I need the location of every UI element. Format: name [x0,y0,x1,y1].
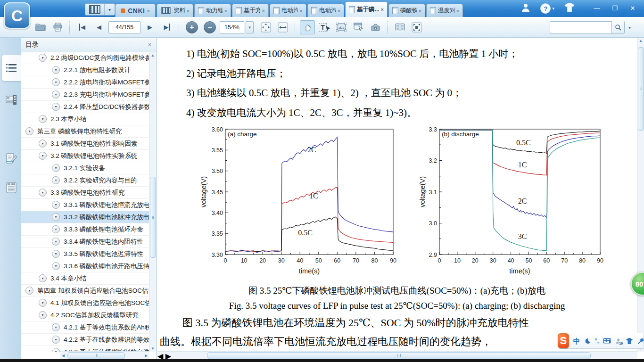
toc-hscrollbar-thumb[interactable] [67,352,125,359]
fit-width-button[interactable] [275,20,290,34]
toc-item-chevron-icon[interactable]: ▾ [52,225,60,233]
tab-基于磷...[interactable]: 基于磷...× [345,1,388,17]
bookshelf-caret-icon[interactable]: ▾ [104,4,115,15]
toc-item-chevron-icon[interactable]: ▾ [52,323,60,331]
toc-item[interactable]: ▾2.2.1 放电电阻参数设计 [21,64,149,76]
toc-scroll-down-icon[interactable]: ▼ [149,345,156,352]
toc-item[interactable]: ▾2.3 本章小结 [21,113,149,125]
image-select-tool-button[interactable] [334,20,349,34]
sogou-logo-icon[interactable]: S [558,333,569,348]
tab-close-icon[interactable]: × [187,8,190,14]
zoom-out-button[interactable]: − [202,20,218,34]
toc-item[interactable]: ▾2.2 两级DC/DC复合均衡电路模块参数设 [21,52,149,64]
toc-item-chevron-icon[interactable]: ▾ [25,287,33,295]
toc-item[interactable]: ▾3.3.5 磷酸铁锂电池迟滞特性 [21,248,149,260]
toc-item-chevron-icon[interactable]: ▾ [52,262,60,270]
doc-scroll-up-icon[interactable]: ▲ [639,39,643,43]
minimize-button[interactable]: — [589,2,604,14]
toc-scroll-up-icon[interactable]: ▲ [149,52,156,58]
next-page-button[interactable]: ▶ [142,20,157,34]
first-page-button[interactable]: ◀ [74,20,90,34]
ime-fullhalf-icon[interactable] [585,338,591,344]
fullscreen-button[interactable] [409,20,424,34]
tab-close-icon[interactable]: × [262,8,265,14]
toc-item-chevron-icon[interactable]: ▾ [39,311,47,319]
ime-keyboard-icon[interactable] [603,338,611,344]
ime-punctuation-toggle[interactable]: °, [595,338,599,344]
hand-tool-button[interactable] [300,20,315,34]
tab-close-icon[interactable]: × [419,8,421,14]
open-button[interactable] [33,20,48,34]
toc-item[interactable]: ▾3.3.6 磷酸铁锂电池开路电压特性 [21,260,149,272]
toolbox-button[interactable] [368,20,383,34]
cajviewer-logo-icon[interactable]: C [4,2,30,29]
toc-item-chevron-icon[interactable]: ▾ [52,336,60,344]
ime-user-icon[interactable]: 19 [615,338,621,344]
toc-item[interactable]: ▾第四章 加权反馈自适应融合电池SOC估算算 [21,285,149,297]
maximize-button[interactable]: ❐ [607,2,622,14]
toc-item-chevron-icon[interactable]: ▾ [52,164,60,172]
zoom-level-caret-icon[interactable]: ▾ [246,21,254,33]
toc-scrollbar-thumb[interactable] [150,177,156,258]
toc-item[interactable]: ▾3.3 磷酸铁锂电池特性研究 [21,187,149,199]
tab-close-icon[interactable]: × [147,8,149,14]
tab-电动汽...[interactable]: 电动汽...× [307,4,344,17]
toc-close-icon[interactable]: × [148,41,151,48]
sidebar-tab-notes[interactable] [2,174,21,201]
annotation-tool-button[interactable] [351,20,366,34]
toc-item-chevron-icon[interactable]: ▾ [39,140,47,148]
toc-item[interactable]: ▾第三章 磷酸铁锂电池特性研究 [21,125,149,138]
toc-item[interactable]: ▾3.3.3 磷酸铁锂电池循环寿命 [21,223,149,236]
toc-scroll-left-icon[interactable]: ◀ [60,352,66,359]
book-view-button[interactable] [392,20,407,34]
bookshelf-button[interactable]: ▾ [85,3,115,16]
toc-item-chevron-icon[interactable]: ▾ [52,176,60,184]
toc-item[interactable]: ▾3.3.2 磷酸铁锂电池脉冲充放电特性 [21,211,149,223]
doc-scroll-left-icon[interactable]: ◀ [157,352,163,359]
toc-item-chevron-icon[interactable]: ▾ [52,90,60,99]
previous-page-button[interactable]: ◀ [91,20,107,34]
ime-settings-icon[interactable] [637,338,644,344]
help-caret-icon[interactable]: ▾ [552,6,554,11]
toc-item[interactable]: ▾3.3.1 磷酸铁锂电池恒流充放电特性 [21,199,149,211]
toc-item-chevron-icon[interactable]: ▾ [39,152,47,160]
toc-item[interactable]: ▾4.2.2 基于在线参数辨识的等效电路 [21,334,149,346]
toc-item[interactable]: ▾2.2.4 降压型DC/DC转换器参数设计 [21,101,149,113]
tab-磷酸铁...[interactable]: 磷酸铁...× [388,4,425,17]
text-select-tool-button[interactable]: T [317,20,332,34]
last-page-button[interactable]: ▶ [159,20,174,34]
doc-scroll-right-icon[interactable]: ▶ [165,352,171,359]
tab-CNKI[interactable]: CNKI× [115,4,156,17]
zoom-in-button[interactable]: + [184,20,200,34]
page-number-input[interactable] [108,21,140,33]
toc-item-chevron-icon[interactable]: ▾ [52,250,60,258]
help-icon[interactable]: ? [540,3,551,14]
tab-close-icon[interactable]: × [300,8,303,14]
doc-scrollbar-thumb[interactable] [638,47,644,131]
ime-skin-icon[interactable] [626,338,633,344]
fit-page-button[interactable] [258,20,273,34]
search-options-caret-icon[interactable]: ▾ [628,25,631,30]
tab-温度对...[interactable]: 温度对...× [426,4,463,17]
toc-item[interactable]: ▾4.2 SOC估算加权反馈模型研究 [21,309,149,321]
doc-hscrollbar-thumb[interactable] [207,352,591,359]
toc-item-chevron-icon[interactable]: ▾ [52,103,60,111]
document-page[interactable]: 1) 电池(初始 SOC=100%)以 0.5C 放电，放电 10%SOC 后，… [157,38,637,352]
toc-item-chevron-icon[interactable]: ▾ [39,299,47,307]
sidebar-tab-annotation[interactable] [2,145,21,172]
toc-item[interactable]: ▾3.4 本章小结 [21,272,149,285]
toc-item-chevron-icon[interactable]: ▾ [39,189,47,197]
toc-item-chevron-icon[interactable]: ▾ [52,348,60,352]
toc-item[interactable]: ▾4.1 加权反馈自适应融合电池SOC估算算 [21,297,149,309]
print-button[interactable] [50,20,65,34]
toc-item-chevron-icon[interactable]: ▾ [52,213,60,221]
sidebar-tab-toc[interactable] [2,55,21,81]
toc-item-chevron-icon[interactable]: ▾ [52,238,60,246]
user-icon[interactable] [520,2,531,15]
tab-资料库[interactable]: 资料库× [157,4,193,17]
tab-close-icon[interactable]: × [381,7,384,12]
toc-item[interactable]: ▾2.2.2 放电均衡功率MOSFET参数设 [21,76,149,89]
toc-item-chevron-icon[interactable]: ▾ [39,54,47,62]
toc-item-chevron-icon[interactable]: ▾ [39,274,47,282]
document-vertical-scrollbar[interactable]: ▲ ▼ [637,38,644,352]
